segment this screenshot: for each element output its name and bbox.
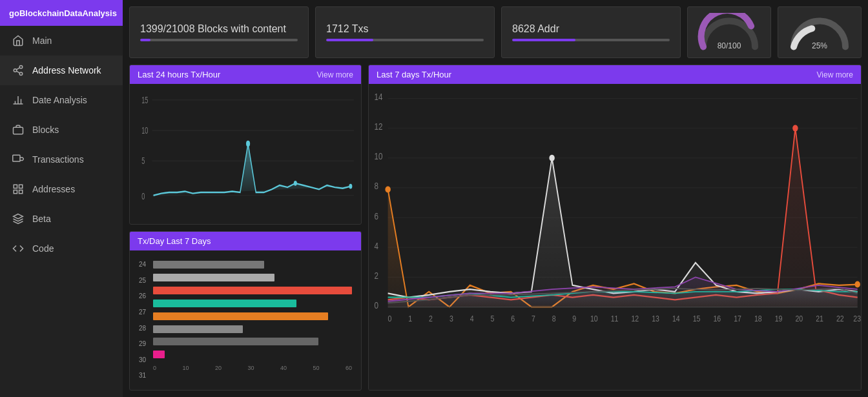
svg-point-28: [349, 184, 352, 189]
svg-text:5: 5: [490, 314, 494, 323]
tx-7days-header: Last 7 days Tx/Hour View more: [369, 65, 861, 84]
svg-text:22: 22: [836, 314, 844, 323]
tx-hour-view-more[interactable]: View more: [317, 70, 353, 79]
svg-rect-14: [19, 190, 23, 194]
svg-text:2: 2: [429, 314, 433, 323]
sidebar-item-blocks[interactable]: Blocks: [0, 115, 123, 145]
blocks-icon: [12, 123, 25, 136]
svg-text:0: 0: [374, 300, 378, 310]
svg-text:13: 13: [652, 314, 659, 323]
tx-7days-chart: Last 7 days Tx/Hour View more 14 12 10 8…: [368, 65, 862, 391]
svg-text:4: 4: [374, 241, 378, 251]
sidebar-item-date-analysis[interactable]: Date Analysis: [0, 85, 123, 115]
tx-hour-title: Last 24 hours Tx/Hour: [138, 70, 220, 79]
txs-progress-bar: [326, 39, 484, 41]
svg-text:10: 10: [590, 314, 598, 323]
svg-text:80/100: 80/100: [718, 41, 741, 50]
blocks-progress-bar: [140, 39, 298, 41]
grid-icon: [12, 183, 25, 196]
svg-text:0: 0: [388, 314, 392, 323]
svg-text:16: 16: [713, 314, 721, 323]
blocks-progress-fill: [140, 39, 150, 41]
sidebar-item-beta[interactable]: Beta: [0, 204, 123, 234]
sidebar-item-label: Date Analysis: [32, 95, 87, 105]
gauge-svg-1: 80/100: [697, 13, 761, 52]
gauge-svg-2: 25%: [787, 13, 852, 52]
sidebar-item-transactions[interactable]: Transactions: [0, 145, 123, 174]
svg-text:9: 9: [572, 314, 576, 323]
home-icon: [12, 34, 25, 47]
network-icon: [12, 64, 25, 77]
svg-text:23: 23: [853, 314, 861, 323]
svg-point-0: [19, 66, 23, 69]
tx-day-header: Tx/Day Last 7 Days: [130, 232, 361, 250]
addr-progress-bar: [512, 39, 670, 41]
addr-stat-card: 8628 Addr: [501, 6, 681, 58]
blocks-stat-label: 1399/21008 Blocks with content: [140, 23, 298, 35]
svg-rect-10: [13, 155, 20, 161]
bar-row-24: [153, 261, 352, 269]
sidebar-item-label: Code: [32, 243, 54, 254]
blocks-stat-card: 1399/21008 Blocks with content: [129, 6, 309, 58]
txs-stat-label: 1712 Txs: [326, 23, 484, 35]
charts-row: Last 24 hours Tx/Hour View more 15 10 5 …: [129, 65, 862, 391]
sidebar-item-label: Addresses: [32, 184, 75, 194]
svg-text:14: 14: [672, 314, 680, 323]
main-content: 1399/21008 Blocks with content 1712 Txs …: [123, 0, 868, 397]
svg-text:19: 19: [775, 314, 783, 323]
svg-text:10: 10: [141, 125, 148, 136]
svg-text:21: 21: [816, 314, 823, 323]
svg-point-27: [294, 181, 297, 186]
tx-day-title: Tx/Day Last 7 Days: [138, 236, 211, 246]
svg-text:20: 20: [795, 314, 803, 323]
bar-chart-labels: 24 25 26 27 28 29 30 31: [139, 257, 153, 384]
svg-text:7: 7: [532, 314, 535, 323]
svg-text:15: 15: [141, 95, 148, 106]
svg-text:18: 18: [754, 314, 762, 323]
svg-text:12: 12: [631, 314, 639, 323]
txs-progress-fill: [326, 39, 373, 41]
svg-line-4: [16, 68, 19, 70]
svg-line-3: [16, 71, 19, 73]
svg-text:1: 1: [408, 314, 412, 323]
svg-text:25%: 25%: [812, 41, 827, 50]
bar-chart-container: 24 25 26 27 28 29 30 31: [134, 254, 357, 387]
svg-point-26: [246, 141, 250, 147]
bar-row-27: [153, 300, 352, 307]
svg-point-72: [854, 281, 860, 288]
tx-7days-view-more[interactable]: View more: [817, 70, 853, 79]
txs-stat-card: 1712 Txs: [315, 6, 495, 58]
tx-hour-body: 15 10 5 0: [130, 84, 361, 224]
bar-row-28: [153, 312, 352, 320]
tx-hour-svg: 15 10 5 0: [134, 88, 357, 220]
svg-rect-12: [19, 185, 23, 188]
sidebar-item-label: Beta: [32, 214, 51, 224]
sidebar-item-address-network[interactable]: Address Network: [0, 56, 123, 85]
stats-row: 1399/21008 Blocks with content 1712 Txs …: [129, 6, 862, 58]
addr-stat-label: 8628 Addr: [512, 23, 670, 35]
tx-day-chart: Tx/Day Last 7 Days 24 25 26 27 28 29 30 …: [129, 231, 362, 391]
svg-point-71: [385, 186, 390, 192]
gauge-card-2: 25%: [778, 6, 862, 58]
transactions-icon: [12, 153, 25, 166]
addr-progress-fill: [512, 39, 575, 41]
bar-row-30: [153, 338, 352, 345]
sidebar-item-code[interactable]: Code: [0, 234, 123, 263]
sidebar-item-main[interactable]: Main: [0, 26, 123, 56]
sidebar-item-label: Address Network: [32, 65, 101, 76]
sidebar-item-addresses[interactable]: Addresses: [0, 174, 123, 204]
svg-point-2: [19, 72, 23, 76]
svg-text:12: 12: [374, 121, 382, 132]
svg-point-74: [549, 155, 554, 161]
bar-row-29: [153, 325, 352, 333]
app-logo: goBlockchainDataAnalysis: [0, 0, 123, 26]
beta-icon: [12, 212, 25, 225]
tx-hour-chart: Last 24 hours Tx/Hour View more 15 10 5 …: [129, 65, 362, 225]
tx-7days-title: Last 7 days Tx/Hour: [377, 70, 451, 79]
bar-row-31: [153, 351, 352, 358]
chart-icon: [12, 94, 25, 107]
svg-point-1: [14, 69, 17, 72]
svg-text:4: 4: [470, 314, 474, 323]
svg-rect-13: [14, 190, 17, 194]
tx-day-body: 24 25 26 27 28 29 30 31: [130, 250, 361, 391]
